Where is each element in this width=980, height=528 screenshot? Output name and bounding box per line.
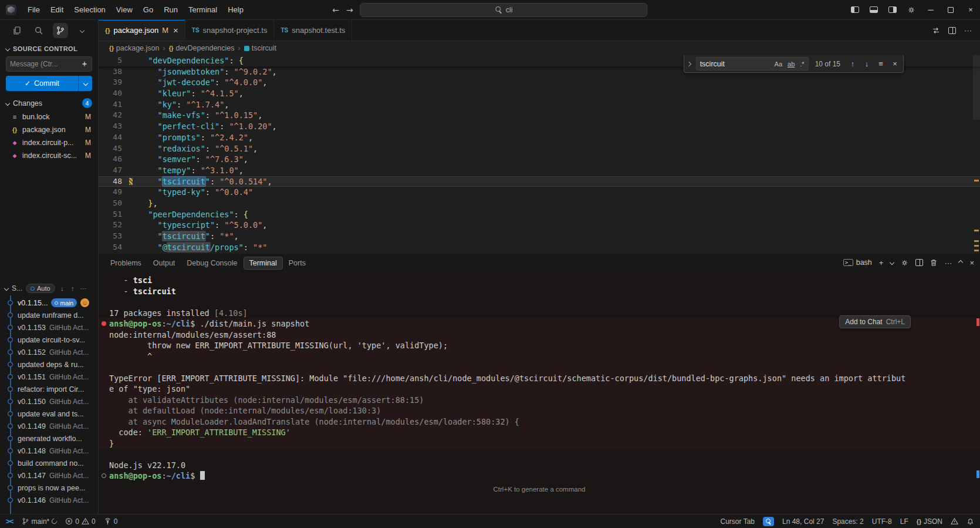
breadcrumb-item[interactable]: tscircuit	[244, 44, 276, 52]
commit-row[interactable]: update eval and ts...	[0, 408, 98, 420]
commit-row[interactable]: v0.1.148GitHub Act...	[0, 445, 98, 457]
commit-row[interactable]: v0.1.151GitHub Act...	[0, 371, 98, 383]
commit-row[interactable]: build command no...	[0, 457, 98, 469]
maximize-button[interactable]	[941, 1, 960, 19]
scm-file-row[interactable]: ≡bun.lockM	[0, 110, 98, 123]
line-gutter[interactable]: 41	[99, 99, 138, 110]
toggle-primary-sidebar-button[interactable]	[846, 2, 864, 18]
panel-tab-debug-console[interactable]: Debug Console	[181, 257, 243, 270]
line-gutter[interactable]: 43	[99, 121, 138, 132]
editor-tab-snapshot.test.ts[interactable]: TSsnapshot.test.ts	[274, 20, 352, 41]
next-match-button[interactable]: ↓	[861, 58, 873, 70]
line-gutter[interactable]: 46	[99, 154, 138, 165]
panel-tab-output[interactable]: Output	[147, 257, 181, 270]
code-editor[interactable]: 5 "devDependencies": { 38 "jsonwebtoken"…	[99, 55, 980, 254]
commit-row[interactable]: generated workflo...	[0, 432, 98, 445]
back-button[interactable]: ←	[332, 5, 339, 15]
overview-ruler[interactable]	[973, 55, 980, 254]
source-control-section-header[interactable]: SOURCE CONTROL	[0, 41, 98, 55]
close-find-button[interactable]: ×	[889, 58, 901, 70]
command-center-search[interactable]: cli	[360, 3, 648, 17]
terminal-shell-selector[interactable]: >_ bash	[843, 258, 872, 267]
customize-layout-button[interactable]	[903, 2, 920, 18]
add-to-chat-tooltip[interactable]: Add to Chat Ctrl+L	[839, 315, 911, 328]
panel-tab-problems[interactable]: Problems	[104, 257, 147, 270]
commit-row[interactable]: v0.1.147GitHub Act...	[0, 469, 98, 482]
line-gutter[interactable]: 38	[99, 66, 138, 78]
line-gutter[interactable]: 42	[99, 110, 138, 121]
find-in-selection-button[interactable]: ≡	[875, 58, 887, 70]
breadcrumb-item[interactable]: {}devDependencies	[169, 44, 235, 52]
menu-view[interactable]: View	[111, 3, 138, 16]
split-editor-icon[interactable]	[948, 27, 956, 34]
more-views-icon[interactable]	[75, 23, 90, 38]
editor-tab-package.json[interactable]: {}package.jsonM×	[99, 20, 185, 41]
remote-indicator[interactable]: ><	[6, 517, 13, 526]
more-actions-icon[interactable]: ···	[964, 26, 972, 35]
find-input[interactable]	[700, 60, 771, 68]
menu-edit[interactable]: Edit	[45, 3, 69, 16]
indentation-status[interactable]: Spaces: 2	[832, 517, 863, 526]
branch-status[interactable]: main*	[22, 517, 58, 526]
minimize-button[interactable]: ─	[921, 1, 940, 19]
terminal[interactable]: - tsci - tscircuit17 packages installed …	[99, 271, 980, 514]
language-status[interactable]: {} JSON	[917, 517, 942, 526]
commit-row[interactable]: refactor: import Cir...	[0, 383, 98, 395]
commit-button[interactable]: ✓ Commit	[6, 76, 78, 91]
maximize-panel-icon[interactable]	[959, 261, 962, 264]
menu-help[interactable]: Help	[222, 3, 249, 16]
panel-tab-terminal[interactable]: Terminal	[244, 257, 283, 270]
scm-file-row[interactable]: {}package.jsonM	[0, 123, 98, 136]
panel-tab-ports[interactable]: Ports	[283, 257, 312, 270]
breadcrumb-item[interactable]: {}package.json	[109, 44, 159, 52]
previous-match-button[interactable]: ↑	[847, 58, 859, 70]
search-icon[interactable]	[31, 23, 46, 38]
close-panel-icon[interactable]: ×	[969, 258, 974, 267]
cursor-position-status[interactable]: Ln 48, Col 27	[782, 517, 824, 526]
line-gutter[interactable]: 47	[99, 165, 138, 176]
scm-file-row[interactable]: ◆index.circuit-sc...M	[0, 149, 98, 162]
line-gutter[interactable]: 49	[99, 187, 138, 198]
line-gutter[interactable]: 52	[99, 220, 138, 231]
whole-word-toggle[interactable]: ab	[786, 60, 796, 68]
source-control-icon[interactable]	[53, 23, 68, 38]
editor-tab-snapshot-project.ts[interactable]: TSsnapshot-project.ts	[185, 20, 275, 41]
line-gutter[interactable]: 53	[99, 231, 138, 242]
eol-status[interactable]: LF	[900, 517, 908, 526]
commit-row[interactable]: updated deps & ru...	[0, 358, 98, 371]
encoding-status[interactable]: UTF-8	[872, 517, 892, 526]
commit-row[interactable]: v0.1.150GitHub Act...	[0, 395, 98, 408]
commit-row[interactable]: update circuit-to-sv...	[0, 334, 98, 346]
close-icon[interactable]: ×	[173, 25, 178, 35]
line-gutter[interactable]: 5	[99, 55, 138, 66]
terminal-settings-icon[interactable]	[901, 259, 908, 267]
scm-file-row[interactable]: ◆index.circuit-p...M	[0, 136, 98, 149]
line-gutter[interactable]: 45	[99, 143, 138, 154]
regex-toggle[interactable]: .*	[798, 60, 806, 68]
commit-message-input[interactable]	[10, 60, 79, 68]
more-actions-icon[interactable]: ···	[944, 258, 952, 267]
commit-dropdown-button[interactable]	[78, 76, 92, 91]
changes-section-header[interactable]: Changes 4	[0, 96, 98, 110]
line-gutter[interactable]: 48	[99, 176, 138, 187]
kill-terminal-icon[interactable]	[930, 259, 937, 267]
commit-row[interactable]: v0.1.15...main☺	[0, 297, 98, 309]
forward-button[interactable]: →	[346, 5, 353, 15]
commit-row[interactable]: v0.1.152GitHub Act...	[0, 346, 98, 358]
push-icon[interactable]: ↑	[69, 285, 76, 292]
match-case-toggle[interactable]: Aa	[773, 60, 784, 68]
split-terminal-icon[interactable]	[915, 259, 923, 266]
line-gutter[interactable]: 50	[99, 198, 138, 209]
line-gutter[interactable]: 51	[99, 209, 138, 220]
menu-file[interactable]: File	[22, 3, 45, 16]
scrollbar-slider[interactable]	[973, 55, 980, 120]
fetch-icon[interactable]: ↓	[59, 285, 66, 292]
commit-row[interactable]: v0.1.146GitHub Act...	[0, 494, 98, 506]
commit-row[interactable]: props is now a pee...	[0, 482, 98, 494]
problems-status[interactable]: 0 0	[65, 517, 95, 526]
menu-terminal[interactable]: Terminal	[183, 3, 222, 16]
alert-status[interactable]	[951, 517, 958, 525]
line-gutter[interactable]: 40	[99, 88, 138, 99]
menu-run[interactable]: Run	[158, 3, 183, 16]
line-gutter[interactable]: 44	[99, 132, 138, 143]
